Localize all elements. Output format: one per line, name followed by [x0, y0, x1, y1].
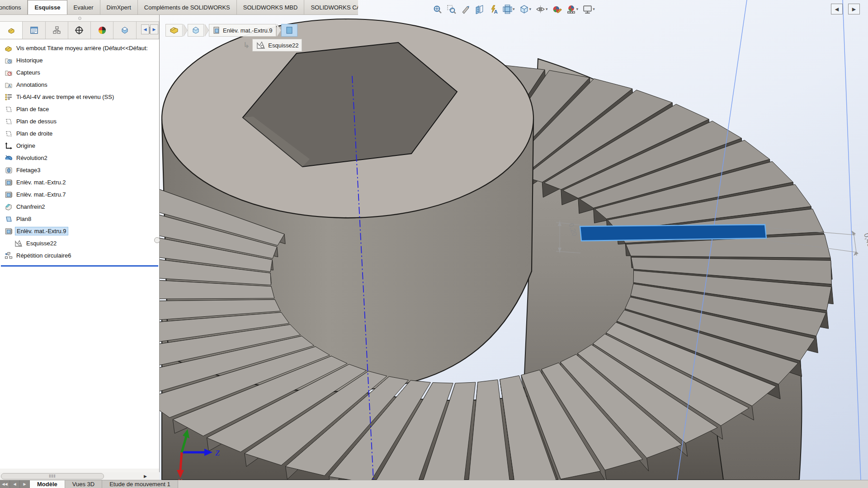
return-arrow-icon: ↳ [243, 41, 250, 50]
sketch-icon [256, 41, 266, 50]
command-tab[interactable]: SOLIDWORKS CAM [304, 0, 358, 14]
part-root-icon [5, 44, 13, 52]
tree-item-label: Enlèv. mat.-Extru.9 [15, 227, 68, 235]
hide-annotations-button[interactable]: A [488, 4, 499, 15]
pane-expand-right-button[interactable]: ▶ [848, 4, 860, 14]
annotations-folder-icon: A [5, 81, 13, 89]
tree-item-11[interactable]: Enlèv. mat.-Extru.2 [1, 176, 159, 188]
tree-item-label: Annotations [15, 81, 49, 89]
breadcrumb-face-chip[interactable] [281, 24, 297, 37]
tree-item-label: Ti-6Al-4V avec trempe et revenu (SS) [15, 93, 115, 101]
tree-item-4[interactable]: Ti-6Al-4V avec trempe et revenu (SS) [1, 91, 159, 103]
selected-sketch-face[interactable] [580, 225, 766, 241]
previous-view-button[interactable] [460, 4, 471, 15]
tree-item-7[interactable]: Plan de droite [1, 127, 159, 140]
view-settings-button[interactable]: ▾ [582, 4, 596, 15]
breadcrumb-part-chip[interactable] [165, 24, 183, 37]
zoom-to-area-button[interactable] [446, 4, 457, 15]
origin-icon [5, 142, 13, 150]
apply-scene-button[interactable]: ▾ [566, 4, 580, 15]
sensors-folder-icon [5, 69, 13, 77]
tree-item-5[interactable]: Plan de face [1, 103, 159, 115]
panel-tab-dimxpertmanager[interactable] [68, 22, 91, 39]
view-orientation-icon [503, 5, 512, 14]
tree-item-1[interactable]: Historique [1, 54, 159, 66]
tree-item-16[interactable]: Esquisse22 [1, 237, 159, 249]
bottom-tab-1[interactable]: Modèle [30, 480, 65, 488]
panel-tab-configurationmanager[interactable] [46, 22, 68, 39]
breadcrumb-body-chip[interactable] [188, 24, 204, 37]
dropdown-caret-icon[interactable]: ▾ [546, 7, 548, 11]
tree-item-2[interactable]: Capteurs [1, 66, 159, 79]
command-tab[interactable]: DimXpert [100, 0, 138, 14]
tab-scroll-left-button[interactable]: ◀ [10, 480, 20, 488]
history-folder-icon [5, 56, 13, 65]
command-tab[interactable]: onctions [0, 0, 28, 14]
tree-item-13[interactable]: Chanfrein2 [1, 201, 159, 213]
command-tab[interactable]: Esquisse [28, 0, 67, 14]
tree-item-8[interactable]: Origine [1, 140, 159, 152]
panel-tab-cam-tree[interactable] [113, 22, 136, 39]
rollback-bar[interactable] [1, 265, 158, 267]
command-tab[interactable]: Evaluer [67, 0, 100, 14]
tree-item-14[interactable]: Plan8 [1, 213, 159, 225]
splitter-collapse-handle[interactable] [154, 237, 160, 243]
command-tab[interactable]: Compléments de SOLIDWORKS [138, 0, 237, 14]
bottom-tab-3[interactable]: Etude de mouvement 1 [102, 480, 178, 488]
cam-tree-icon [120, 26, 129, 35]
display-style-button[interactable]: ▾ [519, 4, 533, 15]
panel-grip-handle[interactable] [0, 15, 159, 21]
panel-splitter[interactable] [156, 15, 160, 472]
tree-item-17[interactable]: Répétition circulaire6 [1, 249, 159, 262]
zoom-to-fit-button[interactable] [432, 4, 443, 15]
command-manager-tabs: onctionsEsquisseEvaluerDimXpertComplémen… [0, 0, 358, 15]
panel-tab-scroll-left-button[interactable]: ◀ [141, 24, 149, 34]
tree-root-part[interactable]: Vis embout Titane moyeu arrière (Défaut<… [1, 42, 159, 54]
dropdown-caret-icon[interactable]: ▾ [513, 7, 515, 11]
bottom-tab-2[interactable]: Vues 3D [65, 480, 102, 488]
tree-item-6[interactable]: Plan de dessus [1, 115, 159, 127]
breadcrumb-sketch-chip[interactable]: Esquisse22 [252, 39, 302, 52]
dropdown-caret-icon[interactable]: ▾ [529, 7, 532, 11]
tree-item-label: Plan de droite [15, 130, 54, 137]
propertymanager-icon [29, 26, 38, 35]
tab-scroll-right-button[interactable]: ▶ [20, 480, 30, 488]
headsup-view-toolbar: A▾▾▾▾▾ [432, 2, 596, 16]
breadcrumb-feature-chip[interactable]: Enlèv. mat.-Extru.9 [209, 24, 276, 37]
tree-item-9[interactable]: Révolution2 [1, 152, 159, 164]
material-icon [5, 93, 13, 101]
svg-text:A: A [8, 84, 11, 88]
command-tab[interactable]: SOLIDWORKS MBD [237, 0, 305, 14]
panel-tab-featuremanager-tree[interactable] [0, 22, 23, 39]
svg-text:Z: Z [215, 449, 220, 457]
section-view-button[interactable] [474, 4, 485, 15]
breadcrumb-feature-label: Enlèv. mat.-Extru.9 [223, 27, 273, 34]
tab-scroll-first-button[interactable]: ◀◀ [0, 480, 10, 488]
breadcrumb-chevron [204, 24, 208, 37]
cut-extrude-icon [5, 191, 13, 199]
tree-item-3[interactable]: AAnnotations [1, 79, 159, 91]
tree-item-10[interactable]: Filetage3 [1, 164, 159, 176]
tree-item-15[interactable]: Enlèv. mat.-Extru.9 [1, 225, 159, 237]
plane-icon [5, 105, 13, 113]
featuremanager-panel: ◀▶ Vis embout Titane moyeu arrière (Défa… [0, 15, 160, 480]
plane-blue-icon [5, 215, 13, 223]
tree-horizontal-scrollbar[interactable]: ⦀⦀⦀ ▶ [0, 472, 160, 480]
edit-appearance-button[interactable] [552, 4, 563, 15]
panel-tab-displaymanager[interactable] [91, 22, 113, 39]
bottom-tab-bar: ◀◀ ◀ ▶ ModèleVues 3DEtude de mouvement 1 [0, 480, 868, 488]
breadcrumb-chevron [183, 24, 187, 37]
view-orientation-button[interactable]: ▾ [502, 4, 516, 15]
tree-item-label: Vis embout Titane moyeu arrière (Défaut<… [15, 44, 149, 52]
scrollbar-thumb[interactable]: ⦀⦀⦀ [1, 473, 104, 479]
dropdown-caret-icon[interactable]: ▾ [593, 7, 595, 11]
pane-collapse-left-button[interactable]: ◀ [831, 4, 843, 14]
panel-tab-propertymanager[interactable] [23, 22, 45, 39]
tree-item-label: Historique [15, 56, 44, 64]
scrollbar-right-arrow[interactable]: ▶ [144, 474, 147, 479]
tree-item-label: Répétition circulaire6 [15, 252, 72, 259]
hide-show-items-button[interactable]: ▾ [535, 4, 549, 15]
tree-item-12[interactable]: Enlèv. mat.-Extru.7 [1, 188, 159, 201]
dropdown-caret-icon[interactable]: ▾ [576, 7, 579, 11]
zoom-to-area-icon [447, 5, 456, 14]
